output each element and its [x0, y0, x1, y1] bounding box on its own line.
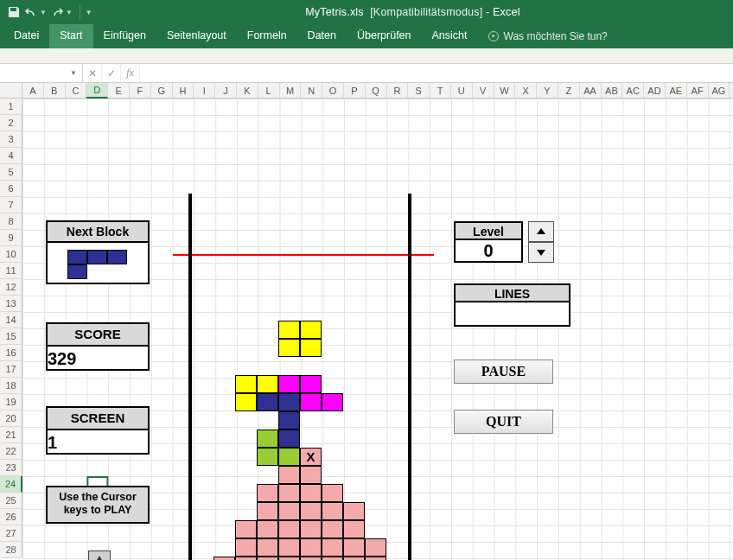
col-header-M[interactable]: M	[280, 83, 302, 98]
tab-start[interactable]: Start	[49, 24, 92, 48]
quit-button[interactable]: QUIT	[454, 410, 553, 434]
score-panel: SCORE 329	[46, 322, 150, 371]
row-header-22[interactable]: 22	[0, 443, 22, 460]
score-label: SCORE	[48, 324, 148, 345]
namebox-dropdown-icon[interactable]: ▼	[70, 69, 77, 77]
row-header-24[interactable]: 24	[0, 476, 22, 493]
row-header-1[interactable]: 1	[0, 99, 22, 115]
col-header-B[interactable]: B	[44, 83, 66, 98]
row-header-15[interactable]: 15	[0, 328, 22, 345]
block-cell	[257, 484, 278, 502]
tab-ansicht[interactable]: Ansicht	[422, 24, 478, 48]
tab-formeln[interactable]: Formeln	[237, 24, 297, 48]
col-header-AC[interactable]: AC	[622, 83, 644, 98]
row-header-14[interactable]: 14	[0, 312, 22, 328]
col-header-R[interactable]: R	[387, 83, 409, 98]
tab-datei[interactable]: Datei	[3, 24, 49, 48]
tab-daten[interactable]: Daten	[297, 24, 347, 48]
col-header-AG[interactable]: AG	[709, 83, 730, 98]
col-header-A[interactable]: A	[22, 83, 44, 98]
block-cell: X	[300, 448, 322, 466]
col-header-H[interactable]: H	[173, 83, 194, 98]
col-header-N[interactable]: N	[301, 83, 322, 98]
fx-icon[interactable]: fx	[121, 64, 140, 83]
row-header-3[interactable]: 3	[0, 131, 22, 148]
col-header-AF[interactable]: AF	[687, 83, 709, 98]
redo-icon[interactable]	[50, 5, 64, 19]
row-header-11[interactable]: 11	[0, 263, 22, 279]
select-all-corner[interactable]	[0, 83, 22, 98]
undo-dropdown-icon[interactable]: ▼	[40, 9, 47, 16]
col-header-W[interactable]: W	[494, 83, 516, 98]
block-cell	[322, 538, 343, 557]
col-header-I[interactable]: I	[194, 83, 215, 98]
row-header-27[interactable]: 27	[0, 525, 22, 542]
col-header-E[interactable]: E	[108, 83, 130, 98]
ribbon: Datei Start Einfügen Seitenlayout Formel…	[0, 24, 733, 48]
col-header-AD[interactable]: AD	[644, 83, 666, 98]
block-cell	[322, 557, 343, 560]
col-header-O[interactable]: O	[322, 83, 344, 98]
col-header-F[interactable]: F	[130, 83, 151, 98]
level-value: 0	[454, 240, 523, 263]
name-box[interactable]: ▼	[0, 64, 83, 82]
row-header-20[interactable]: 20	[0, 410, 22, 427]
dpad-up[interactable]	[88, 550, 111, 560]
pause-button[interactable]: PAUSE	[454, 360, 553, 384]
enter-icon[interactable]: ✓	[102, 64, 121, 82]
col-header-AE[interactable]: AE	[666, 83, 687, 98]
col-header-Z[interactable]: Z	[558, 83, 580, 98]
row-header-8[interactable]: 8	[0, 213, 22, 230]
col-header-P[interactable]: P	[344, 83, 366, 98]
col-header-T[interactable]: T	[430, 83, 451, 98]
col-header-Y[interactable]: Y	[537, 83, 558, 98]
col-header-J[interactable]: J	[215, 83, 237, 98]
row-header-26[interactable]: 26	[0, 509, 22, 525]
redo-dropdown-icon[interactable]: ▼	[66, 9, 73, 16]
row-header-10[interactable]: 10	[0, 246, 22, 263]
save-icon[interactable]	[7, 5, 21, 19]
formula-input[interactable]	[140, 64, 733, 82]
row-header-7[interactable]: 7	[0, 197, 22, 213]
row-header-13[interactable]: 13	[0, 296, 22, 312]
col-header-AB[interactable]: AB	[602, 83, 623, 98]
qat-customize-icon[interactable]: ▼	[86, 9, 92, 16]
col-header-L[interactable]: L	[258, 83, 280, 98]
col-header-K[interactable]: K	[237, 83, 258, 98]
row-header-18[interactable]: 18	[0, 378, 22, 394]
row-header-28[interactable]: 28	[0, 542, 22, 558]
tab-seitenlayout[interactable]: Seitenlayout	[156, 24, 237, 48]
col-header-D[interactable]: D	[86, 83, 108, 99]
col-header-Q[interactable]: Q	[366, 83, 387, 98]
row-header-23[interactable]: 23	[0, 460, 22, 476]
worksheet[interactable]: ABCDEFGHIJKLMNOPQRSTUVWXYZAAABACADAEAFAG…	[0, 83, 733, 560]
lines-value	[454, 302, 570, 327]
block-cell	[365, 557, 386, 560]
col-header-AA[interactable]: AA	[580, 83, 602, 98]
row-header-12[interactable]: 12	[0, 279, 22, 296]
col-header-V[interactable]: V	[473, 83, 494, 98]
col-header-G[interactable]: G	[151, 83, 173, 98]
tab-einfuegen[interactable]: Einfügen	[93, 24, 156, 48]
row-header-17[interactable]: 17	[0, 361, 22, 378]
row-header-19[interactable]: 19	[0, 394, 22, 410]
row-header-16[interactable]: 16	[0, 345, 22, 361]
undo-icon[interactable]	[24, 5, 38, 19]
row-header-9[interactable]: 9	[0, 230, 22, 246]
block-cell	[278, 557, 300, 560]
level-down-button[interactable]	[528, 242, 554, 263]
level-up-button[interactable]	[528, 221, 554, 242]
row-header-2[interactable]: 2	[0, 115, 22, 131]
col-header-U[interactable]: U	[451, 83, 473, 98]
cancel-icon[interactable]: ✕	[83, 64, 102, 82]
col-header-C[interactable]: C	[66, 83, 87, 98]
row-header-21[interactable]: 21	[0, 427, 22, 443]
col-header-X[interactable]: X	[515, 83, 537, 98]
row-header-25[interactable]: 25	[0, 493, 22, 509]
tab-ueberpruefen[interactable]: Überprüfen	[347, 24, 422, 48]
col-header-S[interactable]: S	[408, 83, 430, 98]
row-header-6[interactable]: 6	[0, 181, 22, 197]
tell-me[interactable]: Was möchten Sie tun?	[478, 24, 608, 48]
row-header-5[interactable]: 5	[0, 164, 22, 181]
row-header-4[interactable]: 4	[0, 148, 22, 164]
